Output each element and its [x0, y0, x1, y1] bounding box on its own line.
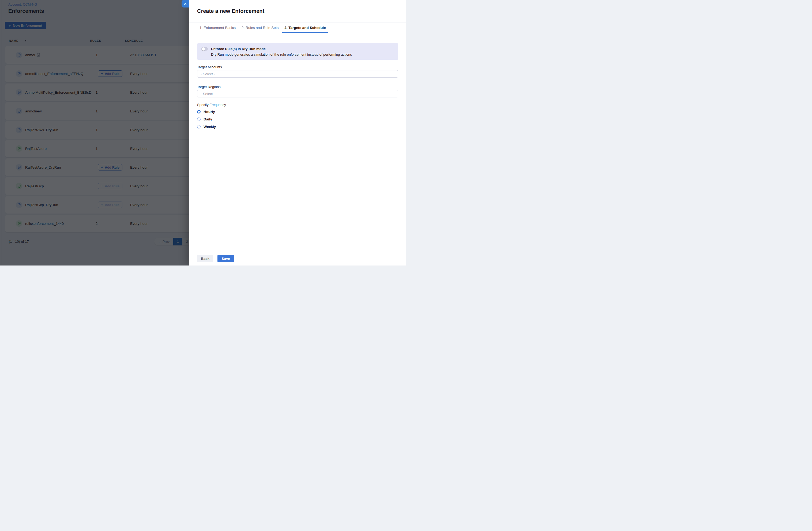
frequency-option-label: Daily	[204, 117, 212, 121]
frequency-option-label: Weekly	[204, 125, 216, 129]
radio-selected-icon	[197, 110, 201, 114]
modal-overlay	[0, 0, 189, 265]
field-label-target-regions: Target Regions	[197, 85, 220, 89]
tab-step-3[interactable]: 3. Targets and Schedule	[282, 23, 328, 33]
tab-step-1[interactable]: 1. Enforcement Basics	[198, 23, 238, 33]
radio-icon	[197, 125, 201, 129]
tab-step-2[interactable]: 2. Rules and Rule Sets	[240, 23, 281, 33]
close-icon: ✕	[184, 2, 187, 6]
left-edge-divider	[1, 0, 1, 265]
frequency-option-label: Hourly	[204, 110, 215, 114]
frequency-label: Specify Frequency	[197, 103, 226, 107]
save-button[interactable]: Save	[217, 255, 234, 262]
toggle-knob-icon	[202, 47, 205, 50]
dry-run-title: Enforce Rule(s) in Dry Run mode	[211, 47, 266, 51]
back-button[interactable]: Back	[197, 255, 213, 262]
select-target-accounts[interactable]: - Select -	[197, 70, 398, 78]
frequency-option-hourly[interactable]: Hourly	[197, 108, 215, 115]
frequency-option-weekly[interactable]: Weekly	[197, 123, 216, 130]
select-target-regions[interactable]: - Select -	[197, 90, 398, 98]
select-placeholder: - Select -	[201, 72, 215, 76]
select-placeholder: - Select -	[201, 92, 215, 96]
panel-actions: Back Save	[197, 255, 234, 262]
create-enforcement-panel: Create a new Enforcement 1. Enforcement …	[189, 0, 406, 265]
field-label-target-accounts: Target Accounts	[197, 65, 222, 69]
screen: Account: CCM-NG Enforcements + New Enfor…	[0, 0, 406, 265]
radio-icon	[197, 118, 201, 121]
dry-run-description: Dry Run mode generates a simulation of t…	[211, 53, 352, 57]
dry-run-banner: Enforce Rule(s) in Dry Run mode Dry Run …	[197, 43, 398, 60]
panel-title: Create a new Enforcement	[197, 8, 264, 14]
close-button[interactable]: ✕	[182, 0, 189, 8]
wizard-tabs: 1. Enforcement Basics2. Rules and Rule S…	[189, 22, 406, 33]
dry-run-toggle[interactable]	[201, 47, 208, 50]
frequency-option-daily[interactable]: Daily	[197, 116, 212, 122]
